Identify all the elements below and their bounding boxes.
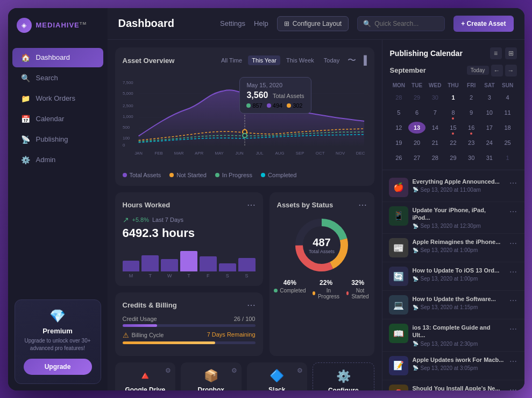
feed-item-5[interactable]: 💻 How to Update the Software... 📡 Sep 13… [382, 291, 524, 319]
credits-more-icon[interactable]: ⋯ [247, 300, 256, 310]
sidebar-item-publishing[interactable]: 📡 Publishing [12, 130, 103, 149]
tab-this-year[interactable]: This Year [248, 55, 280, 65]
cal-day-1-next[interactable]: 1 [499, 150, 517, 165]
create-asset-button[interactable]: + Create Asset [453, 16, 513, 32]
dropbox-settings-icon[interactable]: ⚙ [231, 367, 237, 374]
cal-day-11[interactable]: 11 [499, 105, 517, 120]
feed-meta-5: 📡 Sep 13, 2020 at 1:15pm [413, 304, 504, 310]
feed-more-2[interactable]: ⋯ [508, 206, 518, 217]
dropbox-card[interactable]: ⚙ 📦 Dropbox Import Graphics & Videos [181, 362, 242, 390]
cal-day-30[interactable]: 30 [462, 150, 480, 165]
cal-day-14[interactable]: 14 [426, 120, 444, 135]
bar-chart-icon[interactable]: ▐ [360, 55, 366, 65]
grid-icon-btn[interactable]: ⊞ [505, 47, 517, 59]
calendar-controls: ≡ ⊞ [490, 47, 517, 59]
cal-day-3[interactable]: 3 [480, 90, 499, 105]
bar-wed [161, 259, 178, 271]
feed-more-6[interactable]: ⋯ [508, 324, 518, 334]
cal-day-19[interactable]: 19 [390, 135, 408, 150]
cal-day-20[interactable]: 20 [408, 135, 426, 150]
upgrade-button[interactable]: Upgrade [24, 359, 92, 375]
cal-day-30-prev[interactable]: 30 [426, 90, 444, 105]
cal-header-wed: WED [426, 81, 444, 90]
sidebar-item-search[interactable]: 🔍 Search [12, 68, 103, 88]
today-badge[interactable]: Today [467, 66, 489, 75]
logo: ◈ MEDIAHIVETM [8, 8, 108, 43]
cal-day-8[interactable]: 8 [444, 105, 463, 120]
gem-icon: 💎 [24, 309, 92, 324]
feed-thumb-1: 🍎 [389, 178, 408, 197]
feed-title-5: How to Update the Software... [413, 295, 504, 303]
help-link[interactable]: Help [254, 19, 268, 27]
cal-day-27[interactable]: 27 [408, 150, 426, 165]
cal-day-4[interactable]: 4 [499, 90, 517, 105]
cal-day-2[interactable]: 2 [462, 90, 480, 105]
slack-card[interactable]: ⚙ 🔷 Slack Import Graphics & Videos [247, 362, 308, 390]
cal-day-15[interactable]: 15 [444, 120, 463, 135]
bar-tue [141, 255, 159, 271]
cal-day-12[interactable]: 12 [390, 120, 408, 135]
feed-item-8[interactable]: ❓ Should You Install Apple's Ne... 📡 Sep… [382, 380, 524, 390]
hours-more-icon[interactable]: ⋯ [247, 200, 256, 210]
cal-day-21[interactable]: 21 [426, 135, 444, 150]
feed-more-5[interactable]: ⋯ [508, 295, 518, 306]
cal-day-9[interactable]: 9 [462, 105, 480, 120]
settings-link[interactable]: Settings [220, 19, 245, 27]
cal-day-26[interactable]: 26 [390, 150, 408, 165]
cal-day-28-prev[interactable]: 28 [390, 90, 408, 105]
cal-day-25[interactable]: 25 [499, 135, 517, 150]
cal-day-29-prev[interactable]: 29 [408, 90, 426, 105]
cal-day-22[interactable]: 22 [444, 135, 463, 150]
feed-item-4[interactable]: 🔄 How to Update To iOS 13 Ord... 📡 Sep 1… [382, 262, 524, 291]
cal-day-31[interactable]: 31 [480, 150, 499, 165]
cal-day-17[interactable]: 17 [480, 120, 499, 135]
cal-day-10[interactable]: 10 [480, 105, 499, 120]
feed-item-6[interactable]: 📖 ios 13: Complete Guide and Ult... 📡 Se… [382, 319, 524, 352]
feed-more-4[interactable]: ⋯ [508, 267, 518, 277]
chart-legend: Total Assets Not Started In Progress Com… [123, 172, 367, 178]
cal-day-29[interactable]: 29 [444, 150, 463, 165]
feed-more-8[interactable]: ⋯ [508, 385, 518, 390]
cal-day-23[interactable]: 23 [462, 135, 480, 150]
cal-day-6[interactable]: 6 [408, 105, 426, 120]
feed-more-3[interactable]: ⋯ [508, 238, 518, 249]
feed-item-7[interactable]: 📝 Apple Updates iwork For Macb... 📡 Sep … [382, 352, 524, 380]
cal-day-1[interactable]: 1 [444, 90, 463, 105]
svg-text:MAR: MAR [174, 151, 183, 156]
next-month-btn[interactable]: → [505, 65, 517, 76]
feed-content-6: ios 13: Complete Guide and Ult... 📡 Sep … [413, 324, 504, 347]
feed-item-2[interactable]: 📱 Update Your iPhone, iPad, iPod... 📡 Se… [382, 202, 524, 234]
filter-icon-btn[interactable]: ≡ [490, 47, 502, 59]
cal-day-28[interactable]: 28 [426, 150, 444, 165]
google-drive-settings-icon[interactable]: ⚙ [165, 367, 171, 374]
cal-day-24[interactable]: 24 [480, 135, 499, 150]
sidebar-item-admin[interactable]: ⚙️ Admin [12, 150, 103, 170]
configure-widget-card[interactable]: ⚙️ Configure Widget Area [313, 362, 374, 390]
feed-item-3[interactable]: 📰 Apple Reimagines the iPhone... 📡 Sep 1… [382, 234, 524, 262]
slack-icon: 🔷 [253, 369, 301, 383]
configure-layout-button[interactable]: ⊞ Configure Layout [277, 16, 349, 31]
wave-icon[interactable]: 〜 [347, 55, 356, 66]
credit-progress-bar [123, 324, 256, 327]
feed-more-7[interactable]: ⋯ [508, 356, 518, 367]
cal-day-18[interactable]: 18 [499, 120, 517, 135]
cal-day-13[interactable]: 13 [408, 120, 426, 135]
sidebar-item-work-orders[interactable]: 📁 Work Orders [12, 89, 103, 108]
cal-day-5[interactable]: 5 [390, 105, 408, 120]
feed-more-1[interactable]: ⋯ [508, 178, 518, 188]
assets-more-icon[interactable]: ⋯ [358, 200, 367, 210]
google-drive-card[interactable]: ⚙ 🔺 Google Drive Import Graphics & Video… [115, 362, 176, 390]
tab-this-week[interactable]: This Week [282, 55, 318, 65]
slack-settings-icon[interactable]: ⚙ [297, 367, 303, 374]
tab-today[interactable]: Today [320, 55, 343, 65]
cal-day-7[interactable]: 7 [426, 105, 444, 120]
tab-all-time[interactable]: All Time [217, 55, 246, 65]
bottom-row: Hours Worked ⋯ ↗ +5.8% Last 7 Days 6492.… [115, 192, 374, 356]
sidebar-item-dashboard[interactable]: 🏠 Dashboard [12, 48, 103, 67]
cal-day-16[interactable]: 16 [462, 120, 480, 135]
prev-month-btn[interactable]: ← [491, 65, 503, 76]
sidebar-item-calendar[interactable]: 📅 Calendar [12, 109, 103, 129]
feed-item-1[interactable]: 🍎 Everything Apple Announced... 📡 Sep 13… [382, 173, 524, 202]
search-input[interactable] [374, 20, 439, 27]
dropbox-name: Dropbox [187, 386, 235, 390]
